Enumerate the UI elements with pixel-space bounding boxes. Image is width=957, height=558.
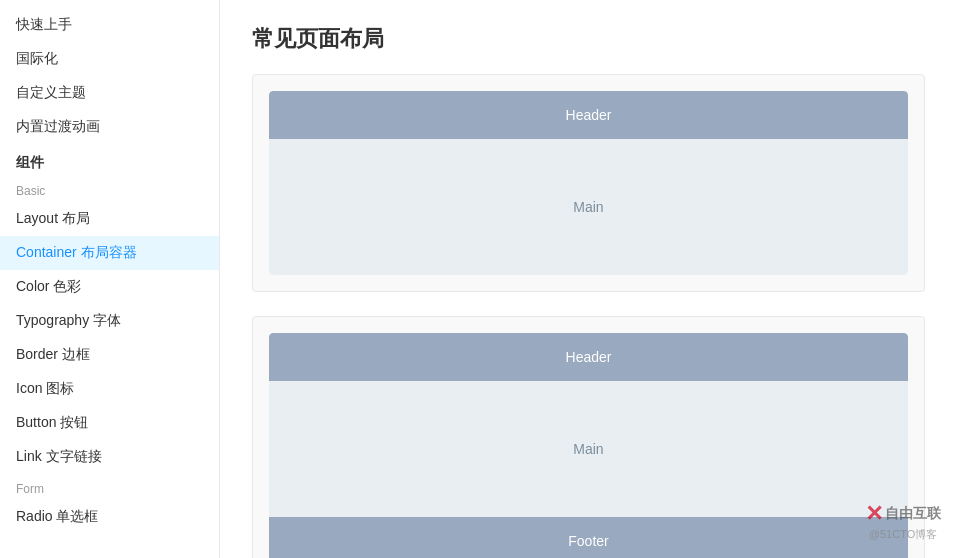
watermark-sub: @51CTO博客 [869, 527, 937, 542]
demo2-footer: Footer [269, 517, 908, 558]
demo-container-2: Header Main Footer [252, 316, 925, 558]
sidebar-item-container[interactable]: Container 布局容器 [0, 236, 219, 270]
sidebar-item-layout[interactable]: Layout 布局 [0, 202, 219, 236]
watermark-brand: 自由互联 [885, 505, 941, 523]
demo2-header: Header [269, 333, 908, 381]
demo-block-2: Header Main Footer [269, 333, 908, 558]
main-content: 常见页面布局 Header Main Header Main Footer [220, 0, 957, 558]
sidebar-item-typography[interactable]: Typography 字体 [0, 304, 219, 338]
sidebar-item-icon[interactable]: Icon 图标 [0, 372, 219, 406]
sidebar-item-border[interactable]: Border 边框 [0, 338, 219, 372]
sidebar-item-color[interactable]: Color 色彩 [0, 270, 219, 304]
demo-container-1: Header Main [252, 74, 925, 292]
sidebar-item-link[interactable]: Link 文字链接 [0, 440, 219, 474]
sidebar-section-component-title: 组件 [0, 144, 219, 176]
demo1-main: Main [269, 139, 908, 275]
sidebar-item-quickstart[interactable]: 快速上手 [0, 8, 219, 42]
sidebar-item-button[interactable]: Button 按钮 [0, 406, 219, 440]
sidebar-section-form-label: Form [0, 474, 219, 500]
demo2-main: Main [269, 381, 908, 517]
watermark: ✕ 自由互联 @51CTO博客 [865, 501, 941, 542]
page-title: 常见页面布局 [252, 24, 925, 54]
demo1-header: Header [269, 91, 908, 139]
sidebar-item-radio[interactable]: Radio 单选框 [0, 500, 219, 534]
sidebar: 快速上手 国际化 自定义主题 内置过渡动画 组件 Basic Layout 布局… [0, 0, 220, 558]
demo-block-1: Header Main [269, 91, 908, 275]
sidebar-item-animation[interactable]: 内置过渡动画 [0, 110, 219, 144]
sidebar-section-basic-label: Basic [0, 176, 219, 202]
watermark-x-icon: ✕ [865, 501, 883, 527]
sidebar-item-i18n[interactable]: 国际化 [0, 42, 219, 76]
sidebar-item-theme[interactable]: 自定义主题 [0, 76, 219, 110]
